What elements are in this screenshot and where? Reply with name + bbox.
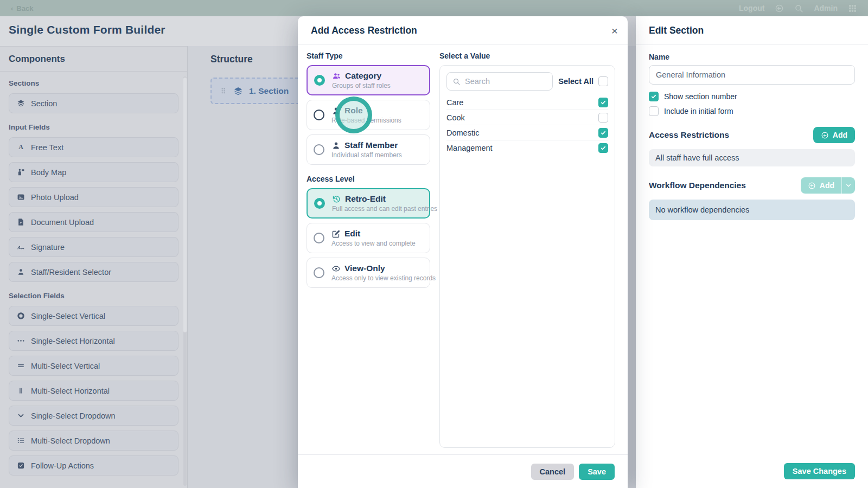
radio-view-only[interactable] (314, 267, 324, 278)
edit-section-drawer: Edit Section Name Show section numberInc… (636, 16, 868, 488)
component-item-photo-upload[interactable]: Photo Upload (9, 187, 178, 207)
component-item-single-select-horizontal[interactable]: Single-Select Horizontal (9, 331, 178, 351)
add-workflow-dependency-button[interactable]: Add (801, 177, 855, 194)
value-row-domestic: Domestic (446, 125, 608, 140)
checkbox-care[interactable] (598, 98, 608, 107)
component-item-single-select-dropdown[interactable]: Single-Select Dropdown (9, 406, 178, 426)
eye-icon (331, 264, 341, 273)
component-item-single-select-vertical[interactable]: Single-Select Vertical (9, 306, 178, 326)
signature-icon (17, 243, 25, 251)
users-icon (332, 72, 341, 81)
document-upload-icon (17, 218, 25, 226)
back-button[interactable]: ‹ Back (11, 4, 33, 12)
checkbox-domestic[interactable] (598, 128, 608, 138)
component-item-body-map[interactable]: Body Map (9, 162, 178, 182)
layers-icon (17, 99, 25, 107)
person-icon (331, 106, 341, 115)
search-box[interactable] (446, 72, 553, 91)
logout-button[interactable]: Logout (739, 4, 764, 12)
radio-edit[interactable] (314, 233, 324, 243)
logout-icon[interactable] (775, 4, 784, 13)
add-access-restriction-modal: Add Access Restriction × Staff Type Cate… (298, 16, 628, 488)
history-icon (332, 195, 341, 204)
plus-circle-icon (821, 131, 829, 139)
option-view-only[interactable]: View-OnlyAccess only to view existing re… (307, 258, 430, 288)
sidebar-group-label-input-fields: Input Fields (9, 123, 178, 131)
option-retro-edit[interactable]: Retro-EditFull access and can edit past … (307, 188, 430, 219)
option-role[interactable]: RoleRole-based permissions (307, 100, 430, 130)
component-item-multi-select-horizontal[interactable]: Multi-Select Horizontal (9, 381, 178, 401)
component-item-follow-up-actions[interactable]: Follow-Up Actions (9, 455, 178, 476)
value-row-management: Management (446, 140, 608, 156)
search-input[interactable] (465, 77, 547, 86)
close-icon[interactable]: × (611, 25, 618, 36)
component-item-signature[interactable]: Signature (9, 237, 178, 257)
modal-title: Add Access Restriction (311, 25, 417, 36)
sidebar-scrollbar-thumb[interactable] (183, 78, 187, 332)
search-icon[interactable] (794, 4, 803, 13)
value-row-care: Care (446, 95, 608, 110)
section-name-input[interactable] (649, 65, 855, 85)
svg-text:A: A (18, 143, 23, 151)
checkbox-show-section-number[interactable] (649, 92, 659, 101)
drag-handle-icon[interactable] (219, 87, 227, 95)
layers-icon (233, 86, 243, 96)
sidebar-scrollbar[interactable] (183, 76, 187, 486)
radio-staff-member[interactable] (314, 144, 324, 155)
checkbox-management[interactable] (598, 143, 608, 153)
workflow-dependencies-empty-state: No workflow dependencies (649, 200, 855, 220)
add-access-restriction-button[interactable]: Add (813, 127, 855, 143)
checkbox-include-in-initial-form[interactable] (649, 106, 659, 116)
save-button[interactable]: Save (579, 464, 615, 480)
name-label: Name (649, 53, 855, 61)
checkbox-cook[interactable] (598, 113, 608, 123)
component-item-document-upload[interactable]: Document Upload (9, 212, 178, 232)
modal-header: Add Access Restriction × (298, 16, 628, 45)
radio-category[interactable] (314, 75, 325, 86)
apps-grid-icon[interactable] (848, 4, 857, 13)
component-item-multi-select-dropdown[interactable]: Multi-Select Dropdown (9, 431, 178, 451)
option-category[interactable]: CategoryGroups of staff roles (307, 65, 430, 95)
modal-footer: Cancel Save (298, 454, 628, 488)
check-icon (600, 145, 607, 151)
option-edit[interactable]: EditAccess to view and complete (307, 223, 430, 253)
drawer-header: Edit Section (636, 16, 868, 45)
component-item-multi-select-vertical[interactable]: Multi-Select Vertical (9, 356, 178, 376)
check-icon (600, 130, 607, 136)
component-item-staff-resident-selector[interactable]: Staff/Resident Selector (9, 262, 178, 282)
equals-icon (17, 362, 25, 370)
chevron-down-icon (17, 412, 25, 420)
vertical-bars-icon (17, 387, 25, 395)
value-panel: Select All CareCookDomesticManagement (439, 65, 615, 448)
topbar: ‹ Back Logout Admin (0, 0, 868, 16)
select-all[interactable]: Select All (558, 76, 608, 86)
dots-icon (17, 337, 25, 345)
select-a-value-label: Select a Value (439, 52, 615, 60)
radio-role[interactable] (314, 110, 324, 120)
checkbox-icon (17, 461, 25, 470)
checkbox-row-show-section-number[interactable]: Show section number (649, 92, 855, 101)
staff-type-label: Staff Type (307, 52, 430, 60)
admin-menu[interactable]: Admin (814, 4, 838, 12)
component-item-section[interactable]: Section (9, 93, 178, 113)
select-all-checkbox[interactable] (598, 76, 608, 86)
sidebar-title: Components (0, 47, 187, 72)
sidebar-group-label-selection-fields: Selection Fields (9, 292, 178, 300)
access-level-label: Access Level (307, 175, 430, 183)
photo-icon (17, 193, 25, 201)
body-map-icon (17, 168, 25, 176)
select-all-label: Select All (558, 77, 593, 86)
check-icon (650, 93, 657, 100)
checkbox-row-include-in-initial-form[interactable]: Include in initial form (649, 106, 855, 116)
option-staff-member[interactable]: Staff MemberIndividual staff members (307, 134, 430, 165)
sidebar-group-label-sections: Sections (9, 79, 178, 87)
workflow-dependencies-label: Workflow Dependencies (649, 181, 746, 190)
radio-retro-edit[interactable] (314, 198, 325, 209)
cancel-button[interactable]: Cancel (531, 464, 575, 480)
back-chevron-icon: ‹ (11, 4, 13, 12)
component-item-free-text[interactable]: AFree Text (9, 137, 178, 157)
person-icon (331, 141, 341, 150)
save-changes-button[interactable]: Save Changes (784, 463, 855, 479)
chevron-down-icon[interactable] (841, 177, 855, 194)
access-restrictions-empty-state: All staff have full access (649, 149, 855, 166)
